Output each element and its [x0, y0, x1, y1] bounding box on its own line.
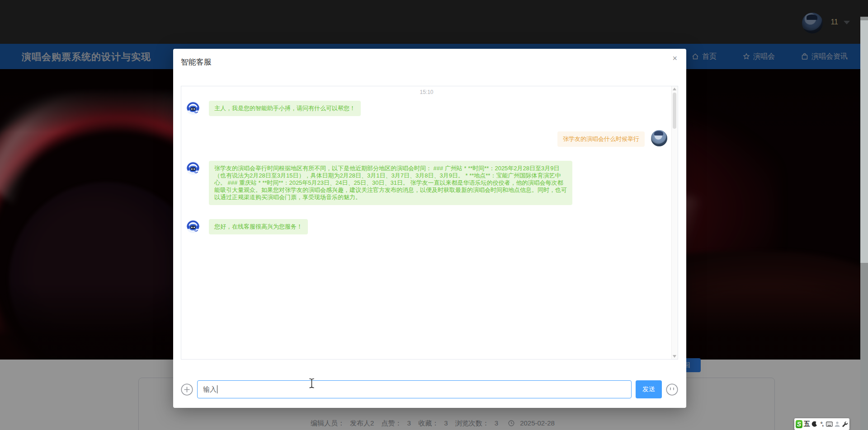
- punctuation-mode-icon[interactable]: °,: [819, 420, 825, 428]
- ime-wubi-mode[interactable]: 五: [804, 420, 810, 428]
- chat-message-bot: 您好，在线客服很高兴为您服务！: [186, 219, 667, 234]
- scroll-up-arrow-icon[interactable]: [673, 88, 676, 90]
- chat-input-row: 发送: [181, 379, 678, 400]
- bot-bubble: 您好，在线客服很高兴为您服务！: [209, 219, 308, 234]
- chat-message-bot: 张学友的演唱会举行时间根据地区有所不同，以下是他近期部分地区的演唱会时间： ##…: [186, 161, 667, 205]
- chat-input[interactable]: [197, 380, 632, 398]
- send-button[interactable]: 发送: [636, 380, 662, 398]
- dialog-title: 智能客服: [181, 57, 212, 67]
- page-scrollbar-thumb[interactable]: [860, 20, 868, 263]
- smart-service-dialog: 智能客服 × 15:10: [173, 49, 686, 408]
- page-scrollbar[interactable]: [860, 17, 868, 430]
- text-caret: [217, 385, 217, 393]
- plus-circle-icon[interactable]: [181, 383, 193, 396]
- chat-scrollbar[interactable]: [671, 86, 678, 359]
- person-icon[interactable]: [834, 420, 840, 428]
- user-bubble: 张学友的演唱会什么时候举行: [557, 131, 645, 147]
- wrench-icon[interactable]: [842, 420, 848, 428]
- chat-input-wrap: [197, 380, 632, 398]
- chat-history[interactable]: 15:10 主人: [181, 86, 678, 360]
- user-chat-avatar: [651, 130, 667, 146]
- ime-toolbar[interactable]: S 五 °,: [794, 418, 849, 430]
- sogou-logo-icon[interactable]: S: [796, 420, 802, 428]
- bot-bubble: 主人，我是您的智能助手小搏，请问有什么可以帮您！: [209, 101, 361, 116]
- robot-avatar-icon: [186, 101, 200, 115]
- close-icon[interactable]: ×: [672, 54, 677, 62]
- robot-avatar-icon: [186, 161, 200, 175]
- scroll-down-arrow-icon[interactable]: [673, 355, 676, 358]
- chat-timestamp: 15:10: [186, 89, 667, 95]
- emoji-icon[interactable]: [666, 383, 678, 396]
- robot-avatar-icon: [186, 219, 200, 234]
- moon-icon[interactable]: [811, 420, 818, 428]
- chat-message-bot: 主人，我是您的智能助手小搏，请问有什么可以帮您！: [186, 101, 667, 116]
- bot-bubble: 张学友的演唱会举行时间根据地区有所不同，以下是他近期部分地区的演唱会时间： ##…: [209, 161, 572, 205]
- chat-message-user: 张学友的演唱会什么时候举行: [186, 130, 667, 147]
- chat-scrollbar-thumb[interactable]: [673, 93, 676, 129]
- screen: 11 演唱会购票系统的设计与实现 首页 演唱会: [0, 0, 868, 430]
- mouse-cursor-ibeam: [308, 378, 315, 388]
- keyboard-icon[interactable]: [826, 420, 833, 428]
